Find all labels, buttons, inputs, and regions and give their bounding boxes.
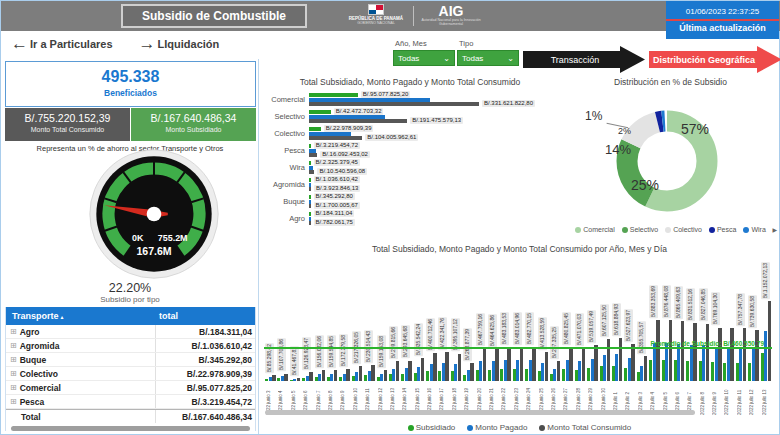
daily-bar-cluster[interactable]: B/.769.104,302022 julio 9 — [710, 257, 722, 415]
bar-monto-pagado[interactable] — [309, 115, 385, 119]
daily-bar-cluster[interactable]: B/.827.046,852022 julio 8 — [698, 257, 710, 415]
subsidized-value-label: B/.22.978.909,39 — [324, 125, 374, 132]
daily-bar-cluster[interactable]: B/.480.825,452022 junio 27 — [561, 257, 573, 415]
legend-item-colectivo[interactable]: Colectivo — [665, 226, 702, 233]
daily-bar-cluster[interactable]: B/.107.700,862022 junio 4 — [276, 257, 288, 415]
daily-bar-cluster[interactable]: B/.422.341,762022 junio 17 — [437, 257, 449, 415]
expand-icon[interactable]: ⊞ — [10, 397, 17, 406]
daily-bar-cluster[interactable]: 2022 julio 10 — [722, 257, 734, 415]
expand-icon[interactable]: ⊞ — [10, 355, 17, 364]
daily-bar-cluster[interactable]: B/.159.544,852022 junio 8 — [326, 257, 338, 415]
legend-item-comercial[interactable]: Comercial — [575, 226, 615, 233]
table-row[interactable]: ⊞BuqueB/.345.292,80 — [6, 353, 255, 367]
legend-item-monto-pagado[interactable]: Monto Pagado — [467, 423, 527, 432]
bar-monto-total-consumido[interactable] — [309, 119, 407, 123]
daily-bar-cluster[interactable]: B/.757.347,782022 julio 11 — [735, 257, 747, 415]
daily-value-label: B/.757.347,78 — [736, 293, 745, 326]
daily-bar-cluster[interactable]: B/.289.815,662022 junio 13 — [388, 257, 400, 415]
bar-subsidiado[interactable] — [309, 212, 311, 216]
bar-monto-total-consumido — [644, 356, 648, 381]
nav-ir-a-particulares[interactable]: ← Ir a Particulares — [11, 37, 113, 51]
daily-bar-cluster[interactable]: B/.482.770,152022 junio 24 — [524, 257, 536, 415]
legend-item-wira[interactable]: Wira — [743, 226, 765, 233]
bar-monto-total-consumido — [359, 366, 363, 381]
table-total-row[interactable]: TotalB/.167.640.486,34 — [6, 409, 255, 423]
table-row[interactable]: ⊞PescaB/.3.219.454,72 — [6, 395, 255, 409]
bar-subsidiado[interactable] — [309, 144, 311, 148]
bar-monto-total-consumido — [346, 369, 350, 381]
daily-bar-cluster[interactable]: B/.159.153,082022 junio 12 — [376, 257, 388, 415]
bar-monto-total-consumido[interactable] — [309, 187, 311, 191]
daily-chart-title: Total Subsidiado, Monto Pagado y Monto T… — [259, 244, 780, 254]
table-scrollbar[interactable] — [11, 426, 250, 431]
bar-monto-total-consumido[interactable] — [309, 170, 314, 174]
daily-bar-cluster[interactable]: B/.217.326,052022 junio 10 — [351, 257, 363, 415]
bar-subsidiado[interactable] — [309, 110, 331, 114]
legend-item-selectivo[interactable]: Selectivo — [622, 226, 658, 233]
daily-bar-cluster[interactable]: B/.156.082,062022 junio 7 — [314, 257, 326, 415]
bar-subsidiado[interactable] — [309, 161, 311, 165]
bar-monto-pagado[interactable] — [309, 183, 311, 187]
bar-subsidiado[interactable] — [309, 195, 311, 199]
legend-item-monto-total-consumido[interactable]: Monto Total Consumido — [539, 423, 631, 432]
daily-bar-cluster[interactable]: B/.413.528,592022 junio 25 — [537, 257, 549, 415]
bar-monto-pagado[interactable] — [309, 149, 316, 153]
expand-icon[interactable]: ⊞ — [10, 383, 17, 392]
daily-bar-cluster[interactable]: B/.400.712,462022 junio 16 — [425, 257, 437, 415]
table-row[interactable]: ⊞AgroB/.184.311,04 — [6, 325, 255, 339]
daily-bar-cluster[interactable]: B/.293.645,682022 junio 14 — [400, 257, 412, 415]
daily-bar-cluster[interactable]: B/.607.125,502022 junio 30 — [599, 257, 611, 415]
daily-bar-cluster[interactable]: B/.464.625,862022 junio 21 — [487, 257, 499, 415]
daily-bar-cluster[interactable]: B/.883.353,692022 julio 4 — [648, 257, 660, 415]
daily-bar-cluster[interactable]: B/.618.884,932022 julio 1 — [611, 257, 623, 415]
daily-bar-cluster[interactable]: B/.85.298,422022 junio 3 — [264, 257, 276, 415]
table-row[interactable]: ⊞ComercialB/.95.077.825,20 — [6, 381, 255, 395]
daily-bar-cluster[interactable]: B/.739.630,582022 julio 12 — [747, 257, 759, 415]
daily-bar-cluster[interactable]: B/.483.014,962022 junio 23 — [512, 257, 524, 415]
daily-bar-cluster[interactable]: B/.471.070,032022 junio 28 — [574, 257, 586, 415]
daily-bar-cluster[interactable]: B/.355.705,572022 julio 3 — [636, 257, 648, 415]
bar-monto-pagado[interactable] — [309, 166, 313, 170]
daily-bar-cluster[interactable]: B/.230.514,432022 junio 11 — [363, 257, 375, 415]
nav-liquidacion[interactable]: → LIquidación — [139, 37, 220, 51]
table-header[interactable]: Transporte▲ total — [6, 307, 255, 325]
daily-bar-cluster[interactable]: B/.527.623,972022 julio 2 — [623, 257, 635, 415]
legend-item-pesca[interactable]: Pesca — [709, 226, 736, 233]
bar-subsidiado[interactable] — [309, 127, 321, 131]
bar-monto-total-consumido[interactable] — [309, 102, 479, 106]
bar-subsidiado[interactable] — [309, 178, 311, 182]
bar-subsidiado[interactable] — [309, 93, 358, 97]
daily-bar-cluster[interactable]: B/.263.877,392022 junio 19 — [462, 257, 474, 415]
daily-bar-cluster[interactable]: B/.172.379,582022 junio 9 — [338, 257, 350, 415]
table-row[interactable]: ⊞AgromidaB/.1.036.610,42 — [6, 339, 255, 353]
expand-icon[interactable]: ⊞ — [10, 327, 17, 336]
daily-bar-cluster[interactable]: B/.287.335,252022 junio 26 — [549, 257, 561, 415]
daily-bar-cluster[interactable]: B/.831.512,162022 julio 7 — [685, 257, 697, 415]
bar-monto-pagado[interactable] — [309, 217, 311, 221]
bar-monto-total-consumido[interactable] — [309, 204, 311, 208]
bar-monto-total-consumido[interactable] — [309, 153, 317, 157]
bar-monto-total-consumido[interactable] — [309, 221, 311, 225]
subsidized-value-label: B/.2.325.379,45 — [314, 159, 360, 166]
daily-bar-cluster[interactable]: B/.41.467,812022 junio 5 — [289, 257, 301, 415]
bar-monto-pagado[interactable] — [309, 132, 351, 136]
bar-monto-pagado[interactable] — [309, 200, 311, 204]
bar-monto-pagado[interactable] — [309, 98, 430, 102]
daily-bar-cluster[interactable]: B/.1.152.072,132022 julio 13 — [760, 257, 772, 415]
legend-item-subsidiado[interactable]: Subsidiado — [408, 423, 456, 432]
daily-bar-cluster[interactable]: B/.865.409,632022 julio 6 — [673, 257, 685, 415]
daily-bar-cluster[interactable]: B/.395.107,122022 junio 18 — [450, 257, 462, 415]
transport-table: Transporte▲ total ⊞AgroB/.184.311,04⊞Agr… — [5, 307, 256, 431]
daily-bar-cluster[interactable]: B/.483.183,532022 junio 22 — [499, 257, 511, 415]
legend-scroll-arrow[interactable]: ▶ — [772, 226, 777, 233]
daily-bar-cluster[interactable]: B/.335.542,242022 junio 15 — [413, 257, 425, 415]
expand-icon[interactable]: ⊞ — [10, 341, 17, 350]
daily-bar-cluster[interactable]: B/.126.923,472022 junio 6 — [301, 257, 313, 415]
table-row[interactable]: ⊞ColectivoB/.22.978.909,39 — [6, 367, 255, 381]
daily-bar-cluster[interactable]: B/.519.057,492022 junio 29 — [586, 257, 598, 415]
daily-chart-scrollbar[interactable] — [265, 410, 695, 415]
bar-monto-total-consumido[interactable] — [309, 136, 362, 140]
expand-icon[interactable]: ⊞ — [10, 369, 17, 378]
daily-bar-cluster[interactable]: B/.467.759,162022 junio 20 — [475, 257, 487, 415]
daily-bar-cluster[interactable]: B/.876.448,082022 julio 5 — [661, 257, 673, 415]
